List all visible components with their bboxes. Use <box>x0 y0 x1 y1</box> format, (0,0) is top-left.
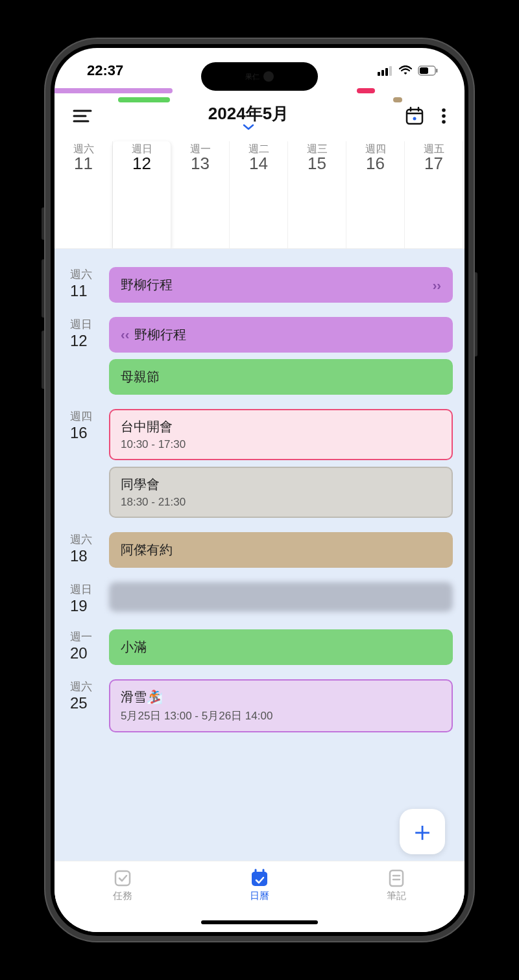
tab-notes[interactable]: 筆記 <box>328 868 465 932</box>
day-column[interactable]: 週日12 <box>113 141 171 248</box>
agenda-row: 週六11野柳行程›› <box>54 267 465 303</box>
day-num: 11 <box>54 154 112 174</box>
svg-rect-2 <box>385 68 388 76</box>
event-title: 野柳行程 <box>121 277 173 292</box>
agenda-date: 週日12 <box>60 317 109 395</box>
more-button[interactable] <box>441 108 446 124</box>
event-time: 5月25日 13:00 - 5月26日 14:00 <box>121 708 441 723</box>
day-num: 15 <box>288 154 346 174</box>
tab-tasks[interactable]: 任務 <box>54 868 191 932</box>
svg-rect-23 <box>390 870 403 886</box>
agenda-row: 週日12‹‹野柳行程母親節 <box>54 317 465 395</box>
day-column[interactable]: 週四16 <box>346 141 405 248</box>
continues-to-icon: ›› <box>433 277 441 292</box>
event-card[interactable]: 滑雪🏂5月25日 13:00 - 5月26日 14:00 <box>109 679 453 732</box>
svg-rect-6 <box>436 69 438 73</box>
event-card[interactable]: 阿傑有約 <box>109 532 453 568</box>
continues-from-icon: ‹‹ <box>121 327 129 342</box>
month-selector[interactable]: 2024年5月 <box>92 102 405 130</box>
day-column[interactable]: 週五17 <box>405 141 463 248</box>
event-title: 滑雪🏂 <box>121 690 163 704</box>
status-time: 22:37 <box>87 62 123 79</box>
event-card[interactable] <box>109 582 453 612</box>
dynamic-island: 果仁 <box>201 62 318 91</box>
day-num: 12 <box>113 154 171 174</box>
agenda-row: 週六18阿傑有約 <box>54 532 465 568</box>
day-column[interactable]: 週一13 <box>171 141 230 248</box>
svg-rect-5 <box>420 67 428 74</box>
agenda-date: 週四16 <box>60 409 109 518</box>
menu-icon <box>73 108 92 124</box>
event-card[interactable]: 母親節 <box>109 359 453 395</box>
event-card[interactable]: 同學會18:30 - 21:30 <box>109 467 453 518</box>
menu-button[interactable] <box>73 108 92 124</box>
header: 2024年5月 <box>54 93 465 139</box>
day-column[interactable]: 週六11 <box>54 141 113 248</box>
plus-icon: ＋ <box>409 813 436 850</box>
agenda-list[interactable]: 週六11野柳行程››週日12‹‹野柳行程母親節週四16台中開會10:30 - 1… <box>54 249 465 861</box>
event-title: 野柳行程 <box>134 327 186 342</box>
svg-rect-1 <box>381 70 384 76</box>
day-num: 17 <box>405 154 463 174</box>
event-title: 小滿 <box>121 640 147 654</box>
day-num: 16 <box>346 154 404 174</box>
agenda-row: 週四16台中開會10:30 - 17:30同學會18:30 - 21:30 <box>54 409 465 518</box>
svg-rect-0 <box>378 72 380 76</box>
home-indicator[interactable] <box>201 920 318 924</box>
tab-label: 筆記 <box>387 890 406 902</box>
today-button[interactable] <box>405 106 424 126</box>
agenda-row: 週六25滑雪🏂5月25日 13:00 - 5月26日 14:00 <box>54 679 465 732</box>
day-num: 13 <box>171 154 229 174</box>
event-title: 台中開會 <box>121 419 173 434</box>
event-card[interactable]: 台中開會10:30 - 17:30 <box>109 409 453 460</box>
svg-point-16 <box>442 114 446 118</box>
svg-rect-3 <box>389 66 392 76</box>
tasks-icon <box>112 868 133 889</box>
agenda-row: 週一20小滿 <box>54 629 465 665</box>
week-strip[interactable]: 週六11週日12週一13週二14週三15週四16週五17 <box>54 139 465 249</box>
notes-icon <box>386 868 407 889</box>
event-title: 阿傑有約 <box>121 542 173 557</box>
agenda-row: 週日19 <box>54 582 465 615</box>
calendar-today-icon <box>405 106 424 126</box>
agenda-date: 週六25 <box>60 679 109 732</box>
tab-label: 任務 <box>113 890 132 902</box>
battery-icon <box>418 65 439 76</box>
event-time: 18:30 - 21:30 <box>121 496 441 509</box>
event-card[interactable]: 野柳行程›› <box>109 267 453 303</box>
svg-rect-18 <box>115 871 130 885</box>
chevron-down-icon <box>243 124 254 130</box>
svg-point-17 <box>442 120 446 124</box>
agenda-date: 週六18 <box>60 532 109 568</box>
day-column[interactable]: 週二14 <box>230 141 288 248</box>
more-vertical-icon <box>441 108 446 124</box>
cellular-icon <box>378 65 393 76</box>
calendar-icon <box>249 868 270 889</box>
phone-frame: 果仁 22:37 2024年5月 週六11週日12週一13週二14週三15週四1… <box>45 39 474 941</box>
event-time: 10:30 - 17:30 <box>121 438 441 451</box>
event-card[interactable]: ‹‹野柳行程 <box>109 317 453 353</box>
svg-point-15 <box>442 108 446 112</box>
tab-label: 日曆 <box>250 890 269 902</box>
day-column[interactable]: 週三15 <box>288 141 346 248</box>
event-card[interactable]: 小滿 <box>109 629 453 665</box>
agenda-date: 週一20 <box>60 629 109 665</box>
add-event-button[interactable]: ＋ <box>400 809 445 854</box>
header-title: 2024年5月 <box>208 102 289 125</box>
agenda-date: 週日19 <box>60 582 109 615</box>
svg-rect-10 <box>407 110 422 124</box>
svg-rect-20 <box>252 872 267 877</box>
agenda-date: 週六11 <box>60 267 109 303</box>
day-num: 14 <box>230 154 287 174</box>
event-title: 母親節 <box>121 369 160 384</box>
event-title: 同學會 <box>121 477 160 491</box>
svg-point-14 <box>413 117 416 121</box>
wifi-icon <box>398 65 413 76</box>
